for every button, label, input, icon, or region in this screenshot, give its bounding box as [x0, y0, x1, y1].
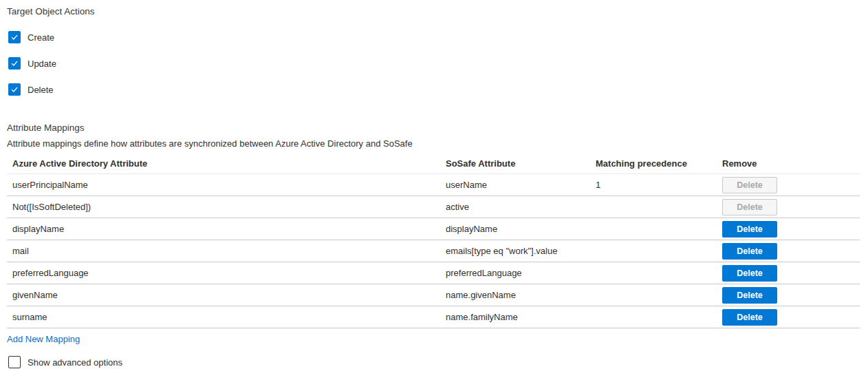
source-attribute[interactable]: givenName	[7, 290, 440, 300]
table-row: givenName name.givenName Delete	[7, 284, 860, 306]
provisioning-mappings-page: Target Object Actions Create Update Dele…	[0, 0, 868, 368]
delete-mapping-button[interactable]: Delete	[722, 287, 777, 304]
checkbox-row-update: Update	[7, 57, 868, 70]
update-checkbox[interactable]	[8, 57, 21, 70]
checkbox-row-delete: Delete	[7, 83, 868, 96]
target-attribute: name.givenName	[440, 290, 590, 300]
delete-mapping-button[interactable]: Delete	[722, 309, 777, 326]
column-header-target: SoSafe Attribute	[440, 158, 590, 169]
matching-precedence: 1	[590, 180, 717, 190]
target-object-actions-title: Target Object Actions	[7, 6, 868, 17]
show-advanced-options-label: Show advanced options	[28, 357, 122, 368]
delete-mapping-button[interactable]: Delete	[722, 243, 777, 260]
table-row: displayName displayName Delete	[7, 218, 860, 240]
target-attribute: emails[type eq "work"].value	[440, 246, 590, 256]
table-row: preferredLanguage preferredLanguage Dele…	[7, 262, 860, 284]
show-advanced-options-checkbox[interactable]	[8, 356, 21, 368]
column-header-precedence: Matching precedence	[590, 158, 717, 169]
source-attribute[interactable]: preferredLanguage	[7, 268, 440, 278]
table-row: surname name.familyName Delete	[7, 306, 860, 328]
add-new-mapping-link[interactable]: Add New Mapping	[7, 334, 80, 344]
update-checkbox-label: Update	[28, 59, 56, 69]
checkmark-icon	[10, 85, 19, 94]
source-attribute[interactable]: displayName	[7, 224, 440, 234]
checkmark-icon	[10, 33, 19, 41]
checkmark-icon	[10, 59, 19, 67]
delete-checkbox[interactable]	[8, 83, 21, 96]
target-attribute: active	[440, 202, 590, 212]
source-attribute[interactable]: Not([IsSoftDeleted])	[7, 202, 440, 212]
delete-mapping-button: Delete	[722, 177, 777, 193]
advanced-options-row: Show advanced options	[7, 356, 868, 368]
attribute-mappings-table: Azure Active Directory Attribute SoSafe …	[7, 154, 860, 328]
source-attribute[interactable]: surname	[7, 312, 440, 322]
table-row: Not([IsSoftDeleted]) active Delete	[7, 196, 860, 218]
checkbox-row-create: Create	[7, 31, 868, 43]
column-header-remove: Remove	[717, 158, 860, 169]
delete-mapping-button: Delete	[722, 199, 777, 215]
target-attribute: name.familyName	[440, 312, 590, 322]
source-attribute[interactable]: userPrincipalName	[7, 180, 440, 190]
target-attribute: displayName	[440, 224, 590, 234]
table-row: mail emails[type eq "work"].value Delete	[7, 240, 860, 262]
target-attribute: userName	[440, 180, 590, 190]
delete-checkbox-label: Delete	[28, 85, 54, 95]
attribute-mappings-description: Attribute mappings define how attributes…	[7, 138, 868, 149]
table-header-row: Azure Active Directory Attribute SoSafe …	[7, 154, 860, 174]
source-attribute[interactable]: mail	[7, 246, 440, 256]
delete-mapping-button[interactable]: Delete	[722, 221, 777, 238]
delete-mapping-button[interactable]: Delete	[722, 265, 777, 282]
table-row: userPrincipalName userName 1 Delete	[7, 174, 860, 196]
create-checkbox-label: Create	[28, 32, 54, 43]
column-header-source: Azure Active Directory Attribute	[7, 158, 440, 169]
create-checkbox[interactable]	[8, 31, 21, 43]
target-attribute: preferredLanguage	[440, 268, 590, 278]
attribute-mappings-title: Attribute Mappings	[7, 123, 868, 133]
